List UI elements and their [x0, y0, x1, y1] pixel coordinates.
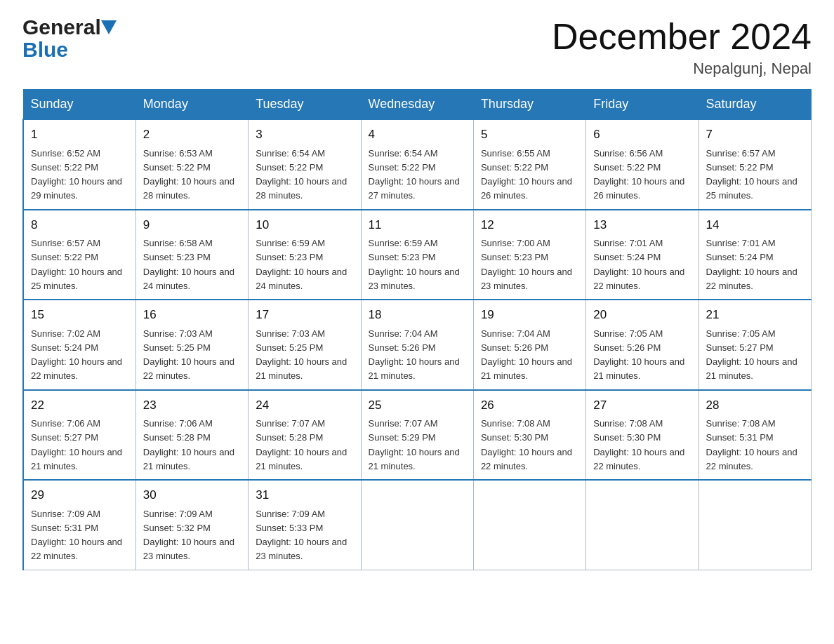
calendar-week-row: 22 Sunrise: 7:06 AMSunset: 5:27 PMDaylig…	[23, 390, 812, 481]
calendar-header-row: Sunday Monday Tuesday Wednesday Thursday…	[23, 90, 812, 120]
calendar-cell: 3 Sunrise: 6:54 AMSunset: 5:22 PMDayligh…	[249, 119, 361, 210]
day-info: Sunrise: 6:57 AMSunset: 5:22 PMDaylight:…	[706, 148, 797, 201]
day-info: Sunrise: 7:05 AMSunset: 5:27 PMDaylight:…	[706, 328, 797, 382]
calendar-cell: 26 Sunrise: 7:08 AMSunset: 5:30 PMDaylig…	[473, 390, 585, 481]
calendar-cell: 28 Sunrise: 7:08 AMSunset: 5:31 PMDaylig…	[699, 390, 811, 481]
day-info: Sunrise: 7:08 AMSunset: 5:31 PMDaylight:…	[706, 418, 797, 471]
calendar-cell	[361, 480, 473, 570]
calendar-cell	[473, 480, 585, 570]
calendar-cell: 30 Sunrise: 7:09 AMSunset: 5:32 PMDaylig…	[135, 480, 248, 570]
day-info: Sunrise: 6:55 AMSunset: 5:22 PMDaylight:…	[481, 148, 572, 201]
day-info: Sunrise: 6:59 AMSunset: 5:23 PMDaylight:…	[369, 238, 460, 291]
calendar-subtitle: Nepalgunj, Nepal	[552, 60, 812, 78]
day-info: Sunrise: 7:09 AMSunset: 5:31 PMDaylight:…	[31, 509, 122, 562]
day-info: Sunrise: 7:01 AMSunset: 5:24 PMDaylight:…	[593, 238, 684, 291]
page-header: General Blue December 2024 Nepalgunj, Ne…	[22, 17, 812, 78]
calendar-week-row: 8 Sunrise: 6:57 AMSunset: 5:22 PMDayligh…	[23, 210, 812, 300]
day-number: 27	[593, 396, 691, 415]
day-info: Sunrise: 7:01 AMSunset: 5:24 PMDaylight:…	[706, 238, 797, 291]
calendar-cell: 7 Sunrise: 6:57 AMSunset: 5:22 PMDayligh…	[699, 119, 811, 210]
calendar-title: December 2024	[552, 17, 812, 57]
logo-text-general: General	[22, 17, 101, 38]
logo: General Blue	[22, 17, 117, 62]
calendar-cell: 6 Sunrise: 6:56 AMSunset: 5:22 PMDayligh…	[586, 119, 699, 210]
header-saturday: Saturday	[699, 90, 811, 120]
day-info: Sunrise: 7:07 AMSunset: 5:28 PMDaylight:…	[256, 418, 347, 471]
calendar-cell: 29 Sunrise: 7:09 AMSunset: 5:31 PMDaylig…	[23, 480, 135, 570]
day-info: Sunrise: 7:03 AMSunset: 5:25 PMDaylight:…	[143, 328, 234, 382]
day-number: 16	[143, 306, 241, 324]
header-friday: Friday	[586, 90, 699, 120]
calendar-week-row: 15 Sunrise: 7:02 AMSunset: 5:24 PMDaylig…	[23, 300, 812, 390]
header-thursday: Thursday	[473, 90, 585, 120]
day-number: 22	[31, 396, 128, 415]
day-info: Sunrise: 7:06 AMSunset: 5:27 PMDaylight:…	[31, 418, 122, 471]
day-info: Sunrise: 7:02 AMSunset: 5:24 PMDaylight:…	[31, 328, 122, 382]
day-number: 6	[593, 126, 691, 144]
day-info: Sunrise: 6:54 AMSunset: 5:22 PMDaylight:…	[256, 148, 347, 201]
day-number: 11	[369, 216, 466, 234]
day-info: Sunrise: 6:56 AMSunset: 5:22 PMDaylight:…	[593, 148, 684, 201]
day-number: 17	[256, 306, 353, 324]
calendar-cell: 20 Sunrise: 7:05 AMSunset: 5:26 PMDaylig…	[586, 300, 699, 390]
calendar-cell: 23 Sunrise: 7:06 AMSunset: 5:28 PMDaylig…	[135, 390, 248, 481]
calendar-cell: 17 Sunrise: 7:03 AMSunset: 5:25 PMDaylig…	[249, 300, 361, 390]
calendar-cell: 13 Sunrise: 7:01 AMSunset: 5:24 PMDaylig…	[586, 210, 699, 300]
calendar-cell: 25 Sunrise: 7:07 AMSunset: 5:29 PMDaylig…	[361, 390, 473, 481]
day-number: 7	[706, 126, 804, 144]
calendar-cell: 31 Sunrise: 7:09 AMSunset: 5:33 PMDaylig…	[249, 480, 361, 570]
calendar-week-row: 29 Sunrise: 7:09 AMSunset: 5:31 PMDaylig…	[23, 480, 812, 570]
day-info: Sunrise: 7:03 AMSunset: 5:25 PMDaylight:…	[256, 328, 347, 382]
day-info: Sunrise: 6:54 AMSunset: 5:22 PMDaylight:…	[369, 148, 460, 201]
calendar-cell: 15 Sunrise: 7:02 AMSunset: 5:24 PMDaylig…	[23, 300, 135, 390]
day-number: 26	[481, 396, 578, 415]
day-info: Sunrise: 7:07 AMSunset: 5:29 PMDaylight:…	[369, 418, 460, 471]
day-info: Sunrise: 7:04 AMSunset: 5:26 PMDaylight:…	[369, 328, 460, 382]
calendar-cell: 18 Sunrise: 7:04 AMSunset: 5:26 PMDaylig…	[361, 300, 473, 390]
logo-text-blue: Blue	[22, 38, 68, 62]
day-number: 10	[256, 216, 353, 234]
calendar-cell: 2 Sunrise: 6:53 AMSunset: 5:22 PMDayligh…	[135, 119, 248, 210]
day-info: Sunrise: 6:58 AMSunset: 5:23 PMDaylight:…	[143, 238, 234, 291]
day-number: 19	[481, 306, 578, 324]
calendar-cell	[699, 480, 811, 570]
calendar-table: Sunday Monday Tuesday Wednesday Thursday…	[22, 89, 812, 570]
day-number: 12	[481, 216, 578, 234]
day-number: 29	[31, 486, 128, 504]
day-number: 9	[143, 216, 241, 234]
calendar-cell: 19 Sunrise: 7:04 AMSunset: 5:26 PMDaylig…	[473, 300, 585, 390]
day-number: 31	[256, 486, 353, 504]
day-number: 18	[369, 306, 466, 324]
day-info: Sunrise: 6:57 AMSunset: 5:22 PMDaylight:…	[31, 238, 122, 291]
day-number: 1	[31, 126, 128, 144]
day-info: Sunrise: 7:08 AMSunset: 5:30 PMDaylight:…	[481, 418, 572, 471]
calendar-cell: 8 Sunrise: 6:57 AMSunset: 5:22 PMDayligh…	[23, 210, 135, 300]
day-number: 8	[31, 216, 128, 234]
day-number: 20	[593, 306, 691, 324]
calendar-cell: 27 Sunrise: 7:08 AMSunset: 5:30 PMDaylig…	[586, 390, 699, 481]
day-info: Sunrise: 7:00 AMSunset: 5:23 PMDaylight:…	[481, 238, 572, 291]
header-wednesday: Wednesday	[361, 90, 473, 120]
day-info: Sunrise: 7:05 AMSunset: 5:26 PMDaylight:…	[593, 328, 684, 382]
day-number: 25	[369, 396, 466, 415]
header-tuesday: Tuesday	[249, 90, 361, 120]
day-number: 28	[706, 396, 804, 415]
logo-arrow-icon	[101, 17, 117, 38]
calendar-cell: 5 Sunrise: 6:55 AMSunset: 5:22 PMDayligh…	[473, 119, 585, 210]
day-info: Sunrise: 7:09 AMSunset: 5:32 PMDaylight:…	[143, 509, 234, 562]
day-number: 15	[31, 306, 128, 324]
day-info: Sunrise: 7:06 AMSunset: 5:28 PMDaylight:…	[143, 418, 234, 471]
day-info: Sunrise: 6:52 AMSunset: 5:22 PMDaylight:…	[31, 148, 122, 201]
calendar-cell: 4 Sunrise: 6:54 AMSunset: 5:22 PMDayligh…	[361, 119, 473, 210]
calendar-week-row: 1 Sunrise: 6:52 AMSunset: 5:22 PMDayligh…	[23, 119, 812, 210]
day-number: 24	[256, 396, 353, 415]
title-block: December 2024 Nepalgunj, Nepal	[552, 17, 812, 78]
svg-marker-0	[101, 20, 117, 34]
day-info: Sunrise: 7:04 AMSunset: 5:26 PMDaylight:…	[481, 328, 572, 382]
day-number: 2	[143, 126, 241, 144]
calendar-cell: 14 Sunrise: 7:01 AMSunset: 5:24 PMDaylig…	[699, 210, 811, 300]
day-number: 13	[593, 216, 691, 234]
calendar-cell: 22 Sunrise: 7:06 AMSunset: 5:27 PMDaylig…	[23, 390, 135, 481]
calendar-cell: 9 Sunrise: 6:58 AMSunset: 5:23 PMDayligh…	[135, 210, 248, 300]
day-number: 14	[706, 216, 804, 234]
